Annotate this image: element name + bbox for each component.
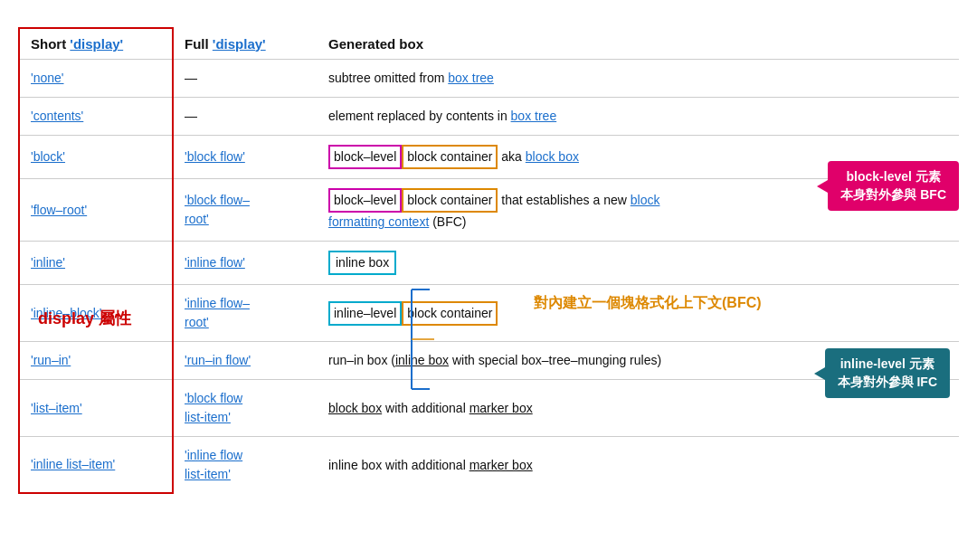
- table-wrapper: display 屬性 block-level 元素本身對外參與 BFC 對內建立…: [18, 27, 959, 494]
- short-none: 'none': [19, 60, 173, 98]
- short-flow-root: 'flow–root': [19, 179, 173, 242]
- short-inline-block: 'inline–block': [19, 285, 173, 342]
- short-inline-list-item: 'inline list–item': [19, 437, 173, 494]
- full-inline-block: 'inline flow–root': [173, 285, 318, 342]
- block-container-box3: block container: [402, 301, 498, 326]
- block-container-box: block container: [402, 145, 498, 169]
- short-run-in: 'run–in': [19, 342, 173, 380]
- short-inline: 'inline': [19, 242, 173, 285]
- full-none: —: [173, 60, 318, 98]
- gen-list-item: block box with additional marker box: [318, 380, 959, 437]
- full-inline-list-item: 'inline flowlist-item': [173, 437, 318, 494]
- gen-inline-block: inline–levelblock container: [318, 285, 959, 342]
- gen-contents: element replaced by contents in box tree: [318, 98, 959, 136]
- full-inline: 'inline flow': [173, 242, 318, 285]
- gen-inline-list-item: inline box with additional marker box: [318, 437, 959, 494]
- row-list-item: 'list–item' 'block flowlist-item' block …: [19, 380, 959, 437]
- header-full-display[interactable]: 'display': [213, 36, 266, 52]
- gen-run-in: run–in box (inline box with special box–…: [318, 342, 959, 380]
- row-inline: 'inline' 'inline flow' inline box: [19, 242, 959, 285]
- inline-box: inline box: [328, 251, 396, 275]
- gen-flow-root: block–levelblock container that establis…: [318, 179, 959, 242]
- display-table: Short 'display' Full 'display' Generated…: [18, 27, 959, 494]
- block-level-box2: block–level: [328, 188, 402, 213]
- short-block: 'block': [19, 136, 173, 179]
- gen-block: block–levelblock container aka block box: [318, 136, 959, 179]
- row-flow-root: 'flow–root' 'block flow–root' block–leve…: [19, 179, 959, 242]
- short-contents: 'contents': [19, 98, 173, 136]
- row-contents: 'contents' — element replaced by content…: [19, 98, 959, 136]
- full-flow-root: 'block flow–root': [173, 179, 318, 242]
- header-generated: Generated box: [318, 28, 959, 60]
- row-inline-block: 'inline–block' 'inline flow–root' inline…: [19, 285, 959, 342]
- header-full: Full 'display': [173, 28, 318, 60]
- gen-inline: inline box: [318, 242, 959, 285]
- header-short-display[interactable]: 'display': [70, 36, 123, 52]
- row-run-in: 'run–in' 'run–in flow' run–in box (inlin…: [19, 342, 959, 380]
- full-block: 'block flow': [173, 136, 318, 179]
- row-none: 'none' — subtree omitted from box tree: [19, 60, 959, 98]
- gen-none: subtree omitted from box tree: [318, 60, 959, 98]
- block-level-box: block–level: [328, 145, 402, 169]
- row-block: 'block' 'block flow' block–levelblock co…: [19, 136, 959, 179]
- block-container-box2: block container: [402, 188, 498, 213]
- inline-level-box: inline–level: [328, 301, 402, 326]
- full-run-in: 'run–in flow': [173, 342, 318, 380]
- short-list-item: 'list–item': [19, 380, 173, 437]
- full-contents: —: [173, 98, 318, 136]
- row-inline-list-item: 'inline list–item' 'inline flowlist-item…: [19, 437, 959, 494]
- full-list-item: 'block flowlist-item': [173, 380, 318, 437]
- header-short: Short 'display': [19, 28, 173, 60]
